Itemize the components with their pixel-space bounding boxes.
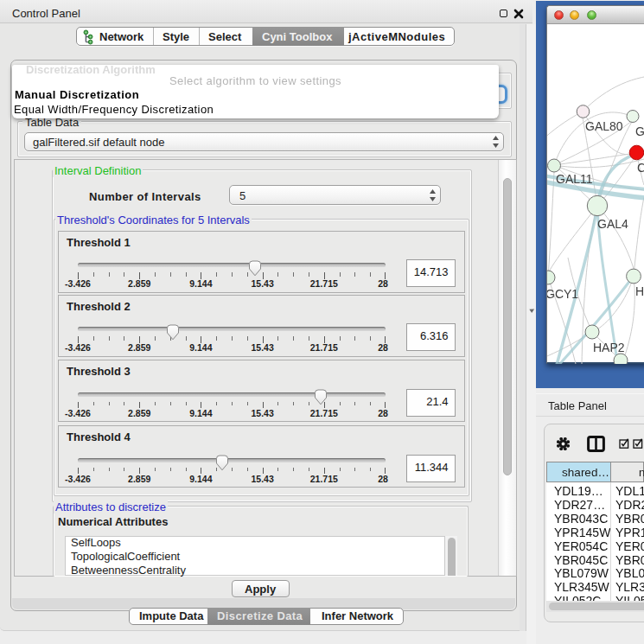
svg-text:GAL11: GAL11 xyxy=(556,172,593,186)
svg-text:GA: GA xyxy=(635,124,644,138)
svg-text:HA: HA xyxy=(635,284,644,298)
svg-text:HAP2: HAP2 xyxy=(593,341,625,354)
svg-text:CYC: CYC xyxy=(637,161,644,175)
svg-text:GAL4: GAL4 xyxy=(597,217,628,231)
svg-text:GAL80: GAL80 xyxy=(585,119,623,133)
svg-text:GCY1: GCY1 xyxy=(547,287,578,301)
